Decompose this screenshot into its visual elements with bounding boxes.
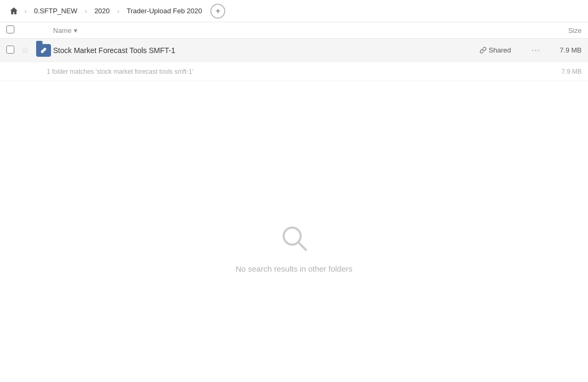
breadcrumb-item-root[interactable]: 0.SFTP_NEW xyxy=(30,5,82,17)
more-options-button[interactable]: ··· xyxy=(527,46,544,55)
star-icon[interactable]: ☆ xyxy=(21,45,29,55)
add-button[interactable]: + xyxy=(210,4,225,19)
empty-state: No search results in other folders xyxy=(0,81,588,382)
more-icon: ··· xyxy=(532,46,540,55)
header-size-col: Size xyxy=(539,27,582,34)
shared-status: Shared xyxy=(480,46,527,54)
no-results-message: No search results in other folders xyxy=(235,264,352,273)
home-icon xyxy=(10,7,18,15)
file-name: Stock Market Forecast Tools SMFT-1 xyxy=(53,46,480,55)
separator-2: › xyxy=(84,7,88,15)
separator-3: › xyxy=(116,7,121,15)
link-icon xyxy=(40,47,47,54)
main-content: Name ▾ Size ☆ Stock Market Forecast Tool… xyxy=(0,22,588,382)
home-button[interactable] xyxy=(6,4,21,19)
shared-link-icon xyxy=(480,47,487,54)
file-size: 7.9 MB xyxy=(544,46,582,54)
select-all-checkbox[interactable] xyxy=(6,25,14,33)
match-info-text: 1 folder matches 'stock market forecast … xyxy=(47,68,544,75)
match-info-row: 1 folder matches 'stock market forecast … xyxy=(0,62,588,81)
no-results-icon xyxy=(278,222,310,256)
sort-icon: ▾ xyxy=(74,27,78,34)
svg-line-1 xyxy=(298,242,306,250)
row-folder-icon-col xyxy=(36,44,53,57)
shared-label: Shared xyxy=(489,46,511,54)
row-star-col[interactable]: ☆ xyxy=(21,45,36,55)
row-checkbox[interactable] xyxy=(6,46,14,54)
separator-1: › xyxy=(23,7,28,15)
header-checkbox-col xyxy=(6,25,21,35)
folder-icon xyxy=(36,44,51,57)
name-column-label: Name xyxy=(53,27,72,34)
breadcrumb-item-year[interactable]: 2020 xyxy=(90,5,114,17)
breadcrumb-item-folder[interactable]: Trader-Upload Feb 2020 xyxy=(123,5,207,17)
column-header-row: Name ▾ Size xyxy=(0,22,588,39)
row-checkbox-col xyxy=(6,46,21,55)
match-info-size: 7.9 MB xyxy=(544,68,582,75)
header-name-col[interactable]: Name ▾ xyxy=(53,27,539,34)
breadcrumb-bar: › 0.SFTP_NEW › 2020 › Trader-Upload Feb … xyxy=(0,0,588,22)
file-row[interactable]: ☆ Stock Market Forecast Tools SMFT-1 Sha… xyxy=(0,39,588,62)
